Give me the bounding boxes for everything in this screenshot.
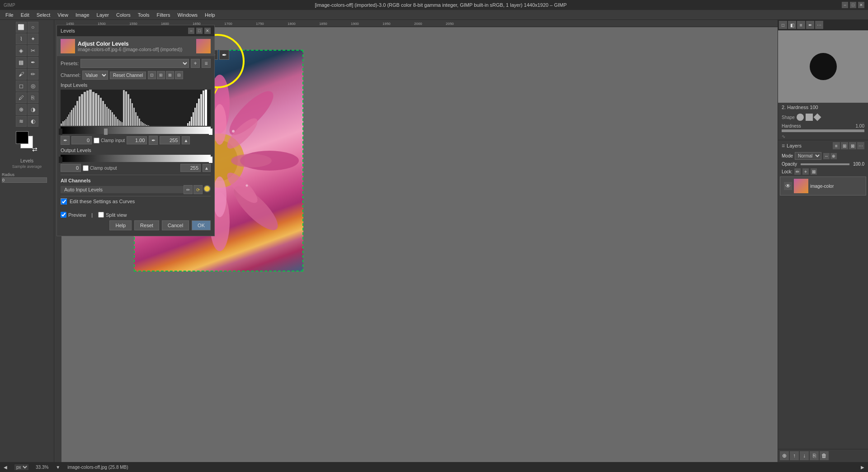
gamma-input[interactable] — [127, 136, 147, 144]
reset-button[interactable]: Reset — [134, 220, 159, 230]
layers-button-1[interactable]: ≡ — [833, 142, 840, 149]
menu-file[interactable]: File — [2, 11, 17, 19]
auto-input-apply-button[interactable]: ⟳ — [193, 185, 203, 194]
move-layer-up-button[interactable]: ↑ — [790, 451, 799, 460]
tool-foreground-select[interactable]: ▩ — [16, 57, 27, 68]
tool-smudge[interactable]: ≋ — [16, 116, 27, 127]
presets-select[interactable] — [80, 59, 189, 68]
tool-free-select[interactable]: ⌇ — [16, 33, 27, 44]
add-preset-button[interactable]: + — [191, 59, 200, 68]
menu-layer[interactable]: Layer — [93, 11, 113, 19]
brush-tab-2[interactable]: ◧ — [788, 21, 796, 29]
menu-windows[interactable]: Windows — [174, 11, 201, 19]
channel-icon-1[interactable]: ⊡ — [148, 71, 156, 79]
menu-view[interactable]: View — [54, 11, 72, 19]
lock-pixels-button[interactable]: ✏ — [794, 168, 801, 175]
statusbar-navigate-left[interactable]: ◀ — [4, 465, 7, 470]
mode-select[interactable]: Normal — [795, 152, 821, 160]
clamp-input-check[interactable]: Clamp input — [94, 138, 125, 143]
clamp-output-checkbox[interactable] — [83, 165, 89, 171]
black-point-handle[interactable] — [59, 129, 62, 135]
output-black-handle[interactable] — [59, 157, 62, 163]
window-controls[interactable]: – □ ✕ — [842, 2, 864, 8]
duplicate-layer-button[interactable]: ⎘ — [810, 451, 819, 460]
foreground-color-swatch[interactable] — [16, 131, 28, 144]
reset-channel-button[interactable]: Reset Channel — [110, 72, 146, 79]
cancel-button[interactable]: Cancel — [162, 220, 189, 230]
black-point-input[interactable] — [71, 136, 92, 144]
white-point-handle[interactable] — [209, 129, 212, 135]
input-levels-slider[interactable] — [61, 127, 211, 134]
menu-help[interactable]: Help — [201, 11, 219, 19]
levels-close-button[interactable]: ✕ — [204, 28, 211, 34]
delete-layer-button[interactable]: 🗑 — [820, 451, 829, 460]
channel-icon-3[interactable]: ⊠ — [166, 71, 174, 79]
tool-select-by-color[interactable]: ◈ — [16, 45, 27, 56]
channel-icon-4[interactable]: ⊟ — [175, 71, 183, 79]
statusbar-navigate-right[interactable]: ▶ — [861, 465, 864, 470]
white-point-spinner[interactable]: ▲ — [182, 136, 190, 144]
unit-select[interactable]: px — [14, 464, 28, 470]
brush-tab-3[interactable]: ≡ — [797, 21, 805, 29]
brush-tab-1[interactable]: □ — [779, 21, 787, 29]
menu-tools[interactable]: Tools — [134, 11, 153, 19]
menu-image[interactable]: Image — [72, 11, 93, 19]
levels-maximize-button[interactable]: □ — [196, 28, 203, 34]
move-layer-down-button[interactable]: ↓ — [800, 451, 809, 460]
tool-scissors[interactable]: ✂ — [28, 45, 38, 56]
mode-button-2[interactable]: ⊕ — [830, 153, 837, 159]
manage-presets-button[interactable]: ≡ — [202, 59, 211, 68]
pick-black-point-button[interactable]: ✒ — [61, 136, 70, 145]
menu-select[interactable]: Select — [33, 11, 54, 19]
clamp-input-checkbox[interactable] — [94, 138, 99, 143]
opacity-slider[interactable] — [801, 163, 849, 165]
tool-ellipse-select[interactable]: ○ — [28, 22, 38, 33]
help-button[interactable]: Help — [109, 220, 132, 230]
tool-heal[interactable]: ⊕ — [16, 104, 27, 115]
minimize-button[interactable]: – — [842, 2, 848, 8]
lock-all-button[interactable]: ⊠ — [811, 168, 817, 175]
midpoint-handle[interactable] — [104, 129, 108, 135]
preview-checkbox[interactable] — [61, 212, 66, 218]
levels-minimize-button[interactable]: – — [188, 28, 194, 34]
brush-options-button[interactable]: ⋯ — [815, 21, 823, 29]
output-white-spinner[interactable]: ▲ — [203, 164, 211, 172]
create-layer-button[interactable]: ⊕ — [780, 451, 789, 460]
shape-diamond-button[interactable] — [813, 114, 821, 121]
tool-fuzzy-select[interactable]: ✦ — [28, 33, 38, 44]
tool-blur-sharpen[interactable]: ◐ — [28, 116, 38, 127]
levels-dialog-controls[interactable]: – □ ✕ — [188, 28, 211, 34]
clamp-output-check[interactable]: Clamp output — [83, 165, 117, 171]
tool-paintbrush[interactable]: 🖌 — [16, 69, 27, 80]
curves-checkbox-wrapper[interactable] — [61, 198, 67, 205]
auto-input-dot[interactable] — [203, 185, 211, 192]
brush-tab-4[interactable]: ✒ — [806, 21, 814, 29]
mode-button-1[interactable]: ↔ — [823, 153, 830, 159]
maximize-button[interactable]: □ — [850, 2, 856, 8]
swap-colors-icon[interactable]: ⇄ — [32, 146, 38, 153]
curves-checkbox[interactable] — [61, 199, 67, 205]
output-black-input[interactable] — [61, 164, 81, 172]
close-button[interactable]: ✕ — [858, 2, 864, 8]
shape-circle-button[interactable] — [797, 114, 804, 121]
layer-item[interactable]: 👁 image-color — [780, 176, 866, 195]
layers-button-3[interactable]: ⊠ — [849, 142, 856, 149]
split-view-checkbox[interactable] — [98, 212, 104, 218]
tool-clone[interactable]: ⎘ — [28, 92, 38, 103]
tool-eraser[interactable]: ◻ — [16, 81, 27, 91]
layer-visibility-eye[interactable]: 👁 — [784, 182, 792, 190]
output-levels-slider[interactable] — [61, 155, 211, 162]
tool-paths[interactable]: ✒ — [28, 57, 38, 68]
layers-options-button[interactable]: ⋯ — [857, 142, 864, 149]
shape-square-button[interactable] — [806, 114, 813, 121]
layers-button-2[interactable]: ⊞ — [841, 142, 848, 149]
menu-edit[interactable]: Edit — [17, 11, 33, 19]
channel-icon-2[interactable]: ⊞ — [157, 71, 165, 79]
output-white-input[interactable] — [180, 164, 201, 172]
tool-ink[interactable]: 🖊 — [16, 92, 27, 103]
menu-colors[interactable]: Colors — [113, 11, 134, 19]
hardness-slider-bar[interactable] — [782, 129, 864, 132]
lock-position-button[interactable]: + — [802, 168, 809, 175]
output-white-handle[interactable] — [209, 157, 212, 163]
tool-rectangle-select[interactable]: ⬜ — [16, 22, 27, 33]
